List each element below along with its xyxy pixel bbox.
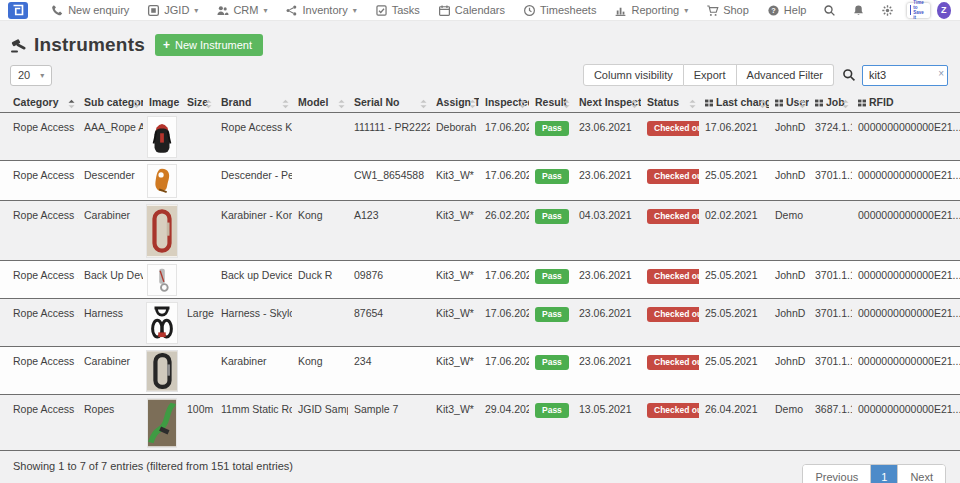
search-button[interactable] (815, 0, 844, 21)
pagination: Previous 1 Next (802, 464, 946, 483)
previous-page-button[interactable]: Previous (803, 465, 870, 483)
cell-size (181, 261, 215, 299)
cell-user: Demo (769, 395, 809, 451)
column-header-inspected[interactable]: Inspected (479, 93, 529, 113)
jgid-logo[interactable] (8, 2, 28, 19)
settings-button[interactable] (873, 0, 902, 21)
cell-user: JohnD (769, 113, 809, 161)
cell-user: Demo (769, 201, 809, 261)
result-badge: Pass (535, 169, 569, 184)
help-icon: ? (767, 4, 780, 17)
nav-item-timesheets[interactable]: Timesheets (514, 0, 605, 21)
search-icon (842, 68, 856, 82)
nav-item-label: Tasks (392, 4, 420, 16)
cell-status: Checked out (641, 299, 699, 347)
column-header-assign_to[interactable]: Assign To (430, 93, 479, 113)
cell-category: Rope Access ... (0, 161, 78, 201)
cell-serial_no: 09876 (348, 261, 430, 299)
table-row[interactable]: Rope Access ...DescenderDescender - Petz… (0, 161, 960, 201)
page-size-value: 20 (18, 69, 30, 81)
nav-item-inventory[interactable]: Inventory▾ (276, 0, 365, 21)
sort-icon (337, 98, 346, 110)
cell-size (181, 347, 215, 395)
nav-item-help[interactable]: ? Help (758, 0, 816, 21)
table-row[interactable]: Rope Access ...Ropes100m11mm Static Rop.… (0, 395, 960, 451)
nav-item-jgid[interactable]: JGID▾ (138, 0, 207, 21)
cell-sub_category: Ropes (78, 395, 143, 451)
column-header-sub_category[interactable]: Sub category (78, 93, 143, 113)
column-header-result[interactable]: Result (529, 93, 573, 113)
cell-model: Kong (292, 201, 348, 261)
cell-size: Large (181, 299, 215, 347)
cell-category: Rope Access ... (0, 395, 78, 451)
notifications-button[interactable] (844, 0, 873, 21)
table-row[interactable]: Rope Access ...AAA_Rope Ac...Rope Access… (0, 113, 960, 161)
nav-item-shop[interactable]: Shop (697, 0, 758, 21)
cell-job: 3701.1.1 (809, 347, 852, 395)
export-button[interactable]: Export (684, 64, 737, 86)
new-instrument-button[interactable]: + New Instrument (155, 34, 263, 56)
column-visibility-button[interactable]: Column visibility (583, 64, 684, 86)
column-header-job[interactable]: Job (809, 93, 852, 113)
cell-last_change: 02.02.2021 (699, 201, 769, 261)
nav-item-reporting[interactable]: Reporting▾ (605, 0, 697, 21)
page-size-select[interactable]: 20 ▾ (10, 65, 52, 86)
table-tools-group: Column visibility Export Advanced Filter (583, 64, 834, 86)
cell-inspected: 17.06.2021 (479, 113, 529, 161)
cell-size (181, 161, 215, 201)
cell-sub_category: Harness (78, 299, 143, 347)
table-row[interactable]: Rope Access ...Back Up DeviceBack up Dev… (0, 261, 960, 299)
nav-item-calendars[interactable]: Calendars (429, 0, 514, 21)
share-icon (285, 4, 298, 17)
cell-status: Checked out (641, 161, 699, 201)
sort-icon (688, 98, 697, 110)
table-row[interactable]: Rope Access ...CarabinerKarabinerKong234… (0, 347, 960, 395)
column-group-icon (705, 99, 713, 107)
status-badge: Checked out (647, 355, 699, 370)
cell-last_change: 17.06.2021 (699, 113, 769, 161)
cell-next_inspection: 23.06.2021 (573, 113, 641, 161)
column-label: RFID (869, 96, 894, 108)
column-header-size[interactable]: Size (181, 93, 215, 113)
cell-brand: Karabiner (215, 347, 292, 395)
cell-inspected: 17.06.2021 (479, 347, 529, 395)
table-row[interactable]: Rope Access ...HarnessLargeHarness - Sky… (0, 299, 960, 347)
advanced-filter-button[interactable]: Advanced Filter (737, 64, 834, 86)
search-input[interactable] (862, 65, 948, 86)
table-header-row: CategorySub categoryImageSizeBrandModelS… (0, 93, 960, 113)
column-header-serial_no[interactable]: Serial No (348, 93, 430, 113)
next-page-button[interactable]: Next (898, 465, 945, 483)
nav-item-crm[interactable]: CRM▾ (207, 0, 276, 21)
column-header-user[interactable]: User (769, 93, 809, 113)
cell-image (143, 161, 181, 201)
column-header-last_change[interactable]: Last change (699, 93, 769, 113)
cell-assign_to: Kit3_W* (430, 261, 479, 299)
toolbar: 20 ▾ Column visibility Export Advanced F… (0, 63, 960, 93)
cell-assign_to: Kit3_W* (430, 201, 479, 261)
nav-item-new-enquiry[interactable]: New enquiry (42, 0, 138, 21)
nav-item-label: New enquiry (68, 4, 129, 16)
promo-badge[interactable]: Time toSave it (907, 3, 929, 18)
column-header-brand[interactable]: Brand (215, 93, 292, 113)
clear-search-icon[interactable]: × (938, 68, 944, 79)
column-header-next_inspection[interactable]: Next Inspection (573, 93, 641, 113)
avatar[interactable]: Z (937, 2, 951, 19)
column-header-model[interactable]: Model (292, 93, 348, 113)
column-header-category[interactable]: Category (0, 93, 78, 113)
cell-assign_to: Deborah (430, 113, 479, 161)
cart-icon (706, 4, 719, 17)
backpack-thumbnail (147, 116, 177, 158)
column-header-status[interactable]: Status (641, 93, 699, 113)
table-row[interactable]: Rope Access ...CarabinerKarabiner - Kong… (0, 201, 960, 261)
nav-item-label: JGID (164, 4, 189, 16)
instruments-table-wrap: CategorySub categoryImageSizeBrandModelS… (0, 93, 960, 451)
status-badge: Checked out (647, 169, 699, 184)
column-header-rfid[interactable]: RFID (852, 93, 960, 113)
check-square-icon (375, 4, 388, 17)
nav-item-tasks[interactable]: Tasks (366, 0, 429, 21)
cell-result: Pass (529, 261, 573, 299)
carabiner-thumbnail (146, 204, 178, 258)
cell-result: Pass (529, 299, 573, 347)
chevron-down-icon: ▾ (353, 6, 357, 15)
current-page-button[interactable]: 1 (870, 465, 898, 483)
